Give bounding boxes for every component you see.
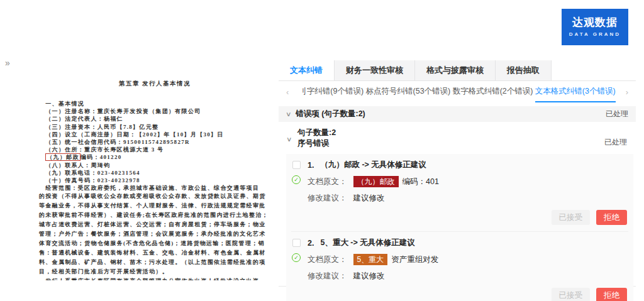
original-text-row: 文档原文：5、重大资产重组对发 [308,254,628,265]
logo-subtitle: DATA GRAND [562,31,628,37]
original-text-label: 文档原文： [308,177,347,187]
doc-line: 的投资（不得从事吸收公众存款或变相吸收公众存款、发放贷款以及证券、期货 [39,192,270,201]
logo-title: 达观数据 [562,15,628,30]
subtab-刂字纠错(9个错误)[interactable]: 刂字纠错(9个错误) [299,81,364,102]
original-text: 资产重组对发 [391,254,438,265]
item-title: 5、重大 -> 无具体修正建议 [320,238,414,248]
doc-line: 经营范围：受区政府委托，承担城市基础设施、市政公益、综合交通等项目 [39,184,270,192]
error-group-header[interactable]: ∨ 句子数量:2 序号错误 已处理 [279,122,636,153]
doc-line: 等金融业务，不得从事支付结算、个人理财服务、法律、行政法规规定需经审批 [39,201,270,211]
review-panel: 文本纠错财务一致性审核格式与披露审核报告抽取 ‹ 刂字纠错(9个错误)标点符号纠… [279,60,636,287]
reject-button[interactable]: 拒绝 [596,210,627,225]
doc-line: （五）统一社会信用代码：91500115742895827R [39,138,270,146]
reject-button[interactable]: 拒绝 [596,288,627,301]
doc-line: （九）邮政编码：401220 [39,153,270,161]
item-actions: 已接受拒绝 [308,210,628,225]
item-checkbox[interactable] [292,161,301,169]
accept-button[interactable]: 已接受 [552,288,591,301]
original-text-row: 文档原文：（九）邮政编码：401 [308,176,628,187]
doc-line: 售：普通机械设备、建筑装饰材料、五金、交电、冶金材料、有色金属、金属材 [39,248,270,258]
tabbar-filler [552,60,636,80]
tab-财务一致性审核[interactable]: 财务一致性审核 [335,60,415,80]
error-item: ✓1.（九）邮政 -> 无具体修正建议文档原文：（九）邮政编码：401修改建议：… [291,154,628,231]
item-actions: 已接受拒绝 [308,288,628,301]
group-error-type: 序号错误 [297,138,628,149]
document-title: 第五章 发行人基本情况 [39,80,270,88]
item-index: 2. [308,239,314,248]
highlighted-error-box[interactable]: （九）邮政 [45,153,80,161]
doc-text: 编码：401220 [80,154,122,160]
suggestion-row: 修改建议：建议修改 [308,193,628,204]
group-sentence-count: 句子数量:2 [297,128,628,138]
error-type-subtabs: ‹ 刂字纠错(9个错误)标点符号纠错(53个错误)数字格式纠错(2个错误)文本格… [279,81,636,102]
doc-line: 管理；户外广告；餐饮服务；酒店管理；会议展览服务；承办经批准的文化艺术 [39,229,270,239]
accept-button[interactable]: 已接受 [552,210,591,225]
chevron-right-icon[interactable]: › [625,87,630,97]
subtab-数字格式纠错(2个错误)[interactable]: 数字格式纠错(2个错误) [453,81,533,102]
item-head: 2.5、重大 -> 无具体修正建议 [308,238,628,248]
error-chip: （九）邮政 [353,176,399,187]
doc-text [39,154,45,160]
clipped-doc-line: 发行人系重庆市长寿区国有资产全额管理办公室作为出资人经批准设立出资 [39,276,270,280]
doc-line: （十）传真号码：023-40232978 [39,177,270,184]
check-circle-icon: ✓ [292,253,301,262]
datagrand-logo: 达观数据 DATA GRAND [562,9,628,45]
chevron-down-icon[interactable]: ∨ [286,111,292,118]
suggestion-row: 修改建议：建议修改 [308,271,628,282]
chevron-down-icon[interactable]: ∨ [286,136,292,143]
tab-报告抽取[interactable]: 报告抽取 [496,60,552,80]
doc-line: （三）注册资本：人民币【7.8】亿元整 [39,123,270,131]
tab-文本纠错[interactable]: 文本纠错 [279,60,335,80]
error-section-header[interactable]: ∨ 错误项 (句子数量:2) 已处理 [279,106,636,122]
subtab-文本格式纠错(3个错误)[interactable]: 文本格式纠错(3个错误) [535,81,616,102]
error-section-status: 已处理 [606,109,628,119]
doc-line: （八）联系人：周琦钧 [39,161,270,169]
item-title: （九）邮政 -> 无具体修正建议 [320,160,426,170]
doc-line: 目，经相关部门批准后方可开展经营活动）。 [39,267,270,276]
doc-line: （九）联系电话：023-40231564 [39,169,270,177]
item-index: 1. [308,161,314,170]
document-preview: 第五章 发行人基本情况 一、基本情况 （一）注册名称：重庆长寿开发投资（集团）有… [39,80,270,280]
expand-sidebar-icon[interactable]: » [5,58,10,68]
item-checkbox[interactable] [292,239,301,247]
doc-line: 体育交流活动；货物仓储服务(不含危化品仓储)；道路货物运输；医院管理；销 [39,239,270,248]
original-text: 编码：401 [402,177,439,187]
original-text-label: 文档原文： [308,254,347,265]
main-tabbar: 文本纠错财务一致性审核格式与披露审核报告抽取 [279,60,636,81]
chevron-left-icon[interactable]: ‹ [285,87,290,97]
subtab-标点符号纠错(53个错误)[interactable]: 标点符号纠错(53个错误) [366,81,451,102]
doc-line: （四）设立（工商注册）日期：【2002】年【10】月【30】日 [39,131,270,138]
error-chip: 5、重大 [353,254,388,265]
check-circle-icon: ✓ [292,175,301,184]
error-item-list: ✓1.（九）邮政 -> 无具体修正建议文档原文：（九）邮政编码：401修改建议：… [286,154,633,301]
item-head: 1.（九）邮政 -> 无具体修正建议 [308,160,628,170]
suggestion-label: 修改建议： [308,271,347,282]
doc-line: 料、金属制品、矿产品、钢材、苗木；污水处理。（以上范围依法需经批准的项 [39,258,270,267]
group-status: 已处理 [604,137,627,148]
document-body: 一、基本情况 （一）注册名称：重庆长寿开发投资（集团）有限公司 （二）法定代表人… [39,100,270,280]
doc-line: 的未获审批前不得经营）、建设任务;在长寿区政府批准的范围内进行土地整治； [39,211,270,220]
suggestion-text: 建议修改 [353,271,385,282]
tab-格式与披露审核[interactable]: 格式与披露审核 [415,60,496,80]
doc-line: （二）法定代表人：杨福仁 [39,115,270,123]
doc-line: 城市占道收费运营、灯桩体运营、公交运营；自有房屋租赁；停车场服务；物业 [39,220,270,229]
doc-line: 发行人系重庆市长寿区国有资产全额管理办公室作为出资人经批准设立出资 [39,276,270,280]
suggestion-label: 修改建议： [308,193,347,204]
doc-line: （一）注册名称：重庆长寿开发投资（集团）有限公司 [39,107,270,115]
subtab-items: 刂字纠错(9个错误)标点符号纠错(53个错误)数字格式纠错(2个错误)文本格式纠… [290,81,624,102]
doc-line: 一、基本情况 [39,100,270,107]
suggestion-text: 建议修改 [353,193,385,204]
error-item: ✓2.5、重大 -> 无具体修正建议文档原文：5、重大资产重组对发修改建议：建议… [291,231,628,301]
error-section-title: 错误项 (句子数量:2) [296,109,365,119]
doc-line: （六）住所：重庆市长寿区桃源大道 3 号 [39,146,270,153]
